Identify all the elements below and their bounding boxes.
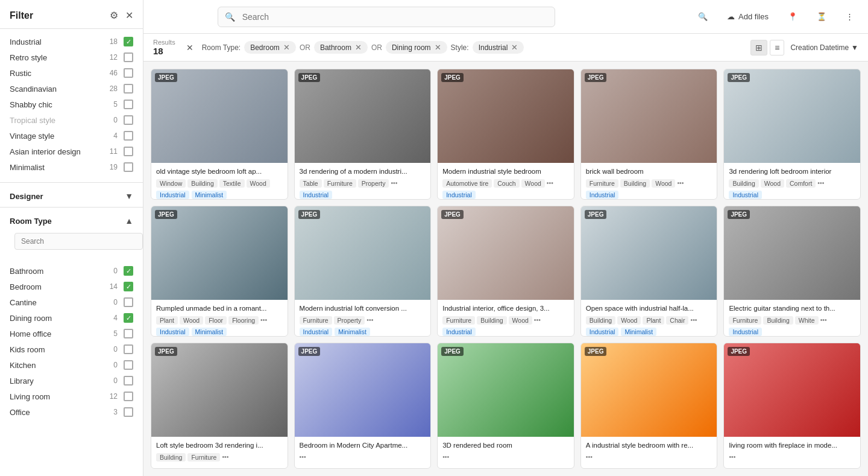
room-item-checkbox[interactable]	[124, 344, 133, 354]
image-card[interactable]: JPEG 3d rendering loft bedroom interior …	[723, 69, 861, 200]
room-item-checkbox[interactable]	[124, 282, 133, 291]
image-card[interactable]: JPEG Loft style bedroom 3d rendering i..…	[151, 343, 288, 469]
image-card[interactable]: JPEG Modern industrial style bedroom Aut…	[437, 69, 574, 200]
room-item-checkbox[interactable]	[124, 297, 133, 307]
chip-remove-btn[interactable]: ✕	[355, 43, 362, 52]
more-btn[interactable]: ⋮	[841, 10, 858, 24]
image-card[interactable]: JPEG 3D rendered bed room •••	[437, 343, 574, 469]
style-item-checkbox[interactable]	[124, 115, 133, 125]
list-view-btn[interactable]: ≡	[770, 40, 784, 56]
more-tags[interactable]: •••	[222, 453, 228, 462]
image-card[interactable]: JPEG Modern industrial loft conversion .…	[294, 206, 432, 337]
format-badge: JPEG	[585, 347, 607, 356]
room-item-checkbox[interactable]	[124, 360, 133, 370]
more-tags[interactable]: •••	[690, 316, 697, 325]
room-type-filter-item[interactable]: Library 0	[0, 373, 143, 389]
more-tags[interactable]: •••	[820, 316, 827, 325]
more-tags[interactable]: •••	[729, 453, 735, 460]
image-card[interactable]: JPEG Industrial interior, office design,…	[437, 206, 574, 337]
room-item-checkbox[interactable]	[124, 266, 133, 276]
close-icon[interactable]: ✕	[125, 10, 133, 21]
chevron-down-icon: ▼	[125, 191, 133, 201]
more-tags[interactable]: •••	[817, 179, 824, 188]
room-type-filter-item[interactable]: Kitchen 0	[0, 357, 143, 373]
room-item-checkbox[interactable]	[124, 376, 133, 386]
person-btn[interactable]: ⏳	[812, 10, 831, 24]
style-filter-item[interactable]: Shabby chic 5	[0, 97, 143, 112]
image-card[interactable]: JPEG 3d rendering of a modern industri..…	[294, 69, 432, 200]
room-type-filter-item[interactable]: Home office 5	[0, 326, 143, 341]
style-filter-item[interactable]: Rustic 46	[0, 65, 143, 81]
room-item-checkbox[interactable]	[124, 313, 133, 323]
tag: Property	[334, 316, 365, 325]
style-item-checkbox[interactable]	[124, 162, 133, 172]
style-item-checkbox[interactable]	[124, 84, 133, 94]
style-item-checkbox[interactable]	[124, 37, 133, 46]
room-item-count: 0	[105, 267, 118, 275]
filter-chip[interactable]: Bedroom✕	[244, 41, 296, 54]
filter-chips: Room Type:Bedroom✕ORBathroom✕ORDining ro…	[202, 41, 745, 54]
style-filter-item[interactable]: Scandinavian 28	[0, 81, 143, 97]
filter-chip[interactable]: Bathroom✕	[314, 41, 368, 54]
filter-chip[interactable]: Dining room✕	[386, 41, 447, 54]
room-type-filter-item[interactable]: Bedroom 14	[0, 279, 143, 294]
more-tags[interactable]: •••	[547, 179, 553, 188]
more-tags[interactable]: •••	[534, 316, 541, 325]
style-filter-item[interactable]: Tropical style 0	[0, 112, 143, 128]
style-item-checkbox[interactable]	[124, 100, 133, 109]
room-item-checkbox[interactable]	[124, 392, 133, 401]
style-filter-item[interactable]: Industrial 18	[0, 34, 143, 49]
location-btn[interactable]: 📍	[783, 10, 802, 24]
image-card[interactable]: JPEG old vintage style bedroom loft ap..…	[151, 69, 288, 200]
style-filter-item[interactable]: Vintage style 4	[0, 128, 143, 144]
clear-filter-btn[interactable]: ✕	[186, 43, 193, 52]
image-card[interactable]: JPEG living room with fireplace in mode.…	[723, 343, 861, 469]
image-card[interactable]: JPEG A industrial style bedroom with re.…	[580, 343, 718, 469]
style-item-checkbox[interactable]	[124, 52, 133, 62]
image-card[interactable]: JPEG brick wall bedroom FurnitureBuildin…	[580, 69, 718, 200]
chip-remove-btn[interactable]: ✕	[283, 43, 290, 52]
image-thumbnail: JPEG	[295, 343, 431, 437]
more-tags[interactable]: •••	[391, 179, 397, 188]
room-type-filter-item[interactable]: Living room 12	[0, 389, 143, 404]
room-type-search[interactable]	[14, 233, 143, 250]
view-toggle: ⊞ ≡	[750, 40, 784, 56]
image-thumbnail: JPEG	[438, 206, 574, 300]
style-item-checkbox[interactable]	[124, 147, 133, 156]
room-item-checkbox[interactable]	[124, 329, 133, 338]
chip-remove-btn[interactable]: ✕	[511, 43, 518, 52]
search-input[interactable]	[218, 7, 555, 27]
style-filter-item[interactable]: Minimalist 19	[0, 159, 143, 175]
add-files-btn[interactable]: ☁ Add files	[722, 10, 773, 24]
room-item-checkbox[interactable]	[124, 407, 133, 417]
room-type-section-header[interactable]: Room Type ▲	[0, 210, 143, 229]
room-type-filter-item[interactable]: Bathroom 0	[0, 263, 143, 279]
style-chip[interactable]: Industrial✕	[473, 41, 524, 54]
more-tags[interactable]: •••	[366, 316, 373, 325]
room-type-filter-item[interactable]: Office 3	[0, 404, 143, 420]
image-card[interactable]: JPEG Bedroom in Modern City Apartme... •…	[294, 343, 432, 469]
more-tags[interactable]: •••	[260, 316, 267, 325]
search-advanced-btn[interactable]: 🔍	[693, 10, 712, 24]
designer-section-header[interactable]: Designer ▼	[0, 185, 143, 205]
style-filter-item[interactable]: Asian interior design 11	[0, 144, 143, 159]
more-tags[interactable]: •••	[677, 179, 684, 188]
room-type-filter-item[interactable]: Kids room 0	[0, 341, 143, 357]
sort-btn[interactable]: Creation Datetime ▼	[790, 43, 858, 52]
grid-view-btn[interactable]: ⊞	[750, 40, 767, 56]
more-tags[interactable]: •••	[300, 453, 306, 460]
image-card[interactable]: JPEG Open space with industrial half-la.…	[580, 206, 718, 337]
style-item-checkbox[interactable]	[124, 131, 133, 141]
more-tags[interactable]: •••	[442, 453, 449, 460]
image-tags: BuildingFurniture•••	[156, 453, 283, 462]
more-tags[interactable]: •••	[586, 453, 593, 460]
chip-remove-btn[interactable]: ✕	[435, 43, 441, 52]
image-card[interactable]: JPEG Electric guitar standing next to th…	[723, 206, 861, 337]
room-item-count: 0	[105, 298, 118, 306]
style-item-checkbox[interactable]	[124, 68, 133, 78]
room-type-filter-item[interactable]: Dining room 4	[0, 310, 143, 326]
room-type-filter-item[interactable]: Cantine 0	[0, 294, 143, 310]
settings-icon[interactable]: ⚙	[110, 10, 118, 21]
image-card[interactable]: JPEG Rumpled unmade bed in a romant... P…	[151, 206, 288, 337]
style-filter-item[interactable]: Retro style 12	[0, 49, 143, 65]
